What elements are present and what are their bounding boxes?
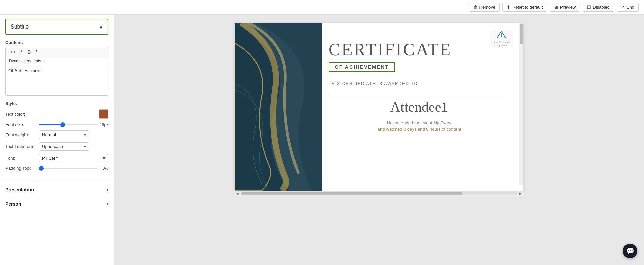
font-row: Font: PT Serif Arial Georgia Verdana bbox=[5, 154, 108, 162]
dynamic-contents-chevron: ∨ bbox=[42, 59, 45, 63]
cert-subtitle: OF ACHIEVEMENT bbox=[329, 62, 395, 72]
style-section: Style: Text color: Font size: 18px Font bbox=[0, 97, 114, 171]
chat-icon: 💬 bbox=[626, 247, 634, 255]
person-label: Person bbox=[5, 201, 21, 207]
preview-icon: 🖥 bbox=[554, 5, 558, 10]
remove-label: Remove bbox=[479, 5, 495, 10]
bold-button[interactable]: B bbox=[25, 49, 32, 55]
font-size-row: Font size: 18px bbox=[5, 122, 108, 127]
left-panel: Subtitle ∨ Content: <> ƒ B I Dynamic con… bbox=[0, 15, 114, 265]
font-select[interactable]: PT Serif Arial Georgia Verdana bbox=[39, 154, 108, 162]
dynamic-contents-label: Dynamic contents bbox=[9, 59, 41, 63]
end-label: End bbox=[627, 5, 634, 10]
padding-top-value: 0% bbox=[98, 166, 108, 171]
font-size-label: Font size: bbox=[5, 122, 39, 127]
font-size-value: 18px bbox=[98, 122, 108, 127]
cert-event-name: My Event bbox=[433, 120, 451, 125]
disabled-button[interactable]: ☐ Disabled bbox=[583, 3, 614, 12]
presentation-label: Presentation bbox=[5, 187, 34, 192]
person-chevron-icon: › bbox=[107, 201, 108, 207]
main-layout: Subtitle ∨ Content: <> ƒ B I Dynamic con… bbox=[0, 15, 644, 265]
cert-title: CERTIFICATE bbox=[329, 40, 510, 59]
presentation-chevron-icon: › bbox=[107, 187, 108, 193]
cert-has-attended-text: Has attended the event bbox=[387, 120, 433, 125]
preview-label: Preview bbox=[560, 5, 576, 10]
padding-top-slider[interactable] bbox=[39, 168, 98, 169]
person-section[interactable]: Person › bbox=[0, 197, 114, 211]
reset-label: Reset to default bbox=[512, 5, 543, 10]
cert-has-attended: Has attended the event My Event bbox=[329, 120, 510, 125]
font-weight-label: Font weight: bbox=[5, 132, 39, 137]
text-transform-row: Text Transform: Uppercase Lowercase Capi… bbox=[5, 142, 108, 151]
disabled-icon: ☐ bbox=[587, 5, 591, 10]
toolbar: 🗑 Remove ⬆ Reset to default 🖥 Preview ☐ … bbox=[0, 0, 644, 15]
text-transform-select[interactable]: Uppercase Lowercase Capitalize None bbox=[39, 142, 89, 151]
text-color-label: Text color: bbox=[5, 112, 39, 117]
end-icon: ✓ bbox=[621, 5, 625, 10]
subtitle-header[interactable]: Subtitle ∨ bbox=[5, 19, 108, 35]
text-transform-label: Text Transform: bbox=[5, 144, 39, 149]
content-textarea[interactable]: Of Achievement bbox=[5, 65, 108, 96]
cert-watched-text: and watched 0 days and 0 hours of conten… bbox=[329, 127, 510, 132]
certificate-container: Your CompanyLogo Here CERTIFICATE OF ACH… bbox=[235, 23, 523, 191]
end-button[interactable]: ✓ End bbox=[617, 3, 639, 12]
remove-button[interactable]: 🗑 Remove bbox=[469, 3, 500, 12]
cert-hscroll-thumb bbox=[241, 192, 462, 195]
reset-button[interactable]: ⬆ Reset to default bbox=[502, 3, 547, 12]
cert-attendee-name: Attendee1 bbox=[329, 99, 510, 115]
padding-top-slider-wrap bbox=[39, 168, 98, 169]
font-weight-row: Font weight: Normal Bold Light bbox=[5, 130, 108, 139]
cert-hscrollbar: ◀ ▶ bbox=[235, 191, 523, 196]
editor-toolbar: <> ƒ B I bbox=[5, 47, 108, 57]
subtitle-label: Subtitle bbox=[11, 24, 29, 30]
cert-content: CERTIFICATE OF ACHIEVEMENT THIS CERTIFIC… bbox=[235, 23, 523, 142]
presentation-section[interactable]: Presentation › bbox=[0, 182, 114, 197]
reset-icon: ⬆ bbox=[507, 5, 511, 10]
right-area: Your CompanyLogo Here CERTIFICATE OF ACH… bbox=[114, 15, 644, 265]
disabled-label: Disabled bbox=[593, 5, 610, 10]
font-size-slider[interactable] bbox=[39, 124, 98, 125]
dynamic-contents-row[interactable]: Dynamic contents ∨ bbox=[5, 57, 108, 65]
cert-attendee-line bbox=[329, 96, 510, 96]
italic-button[interactable]: I bbox=[34, 49, 38, 55]
scroll-right-arrow-icon[interactable]: ▶ bbox=[518, 192, 523, 195]
text-color-swatch[interactable] bbox=[99, 109, 108, 119]
content-label: Content: bbox=[0, 40, 114, 47]
preview-button[interactable]: 🖥 Preview bbox=[550, 3, 580, 12]
text-color-row: Text color: bbox=[5, 109, 108, 119]
font-label: Font: bbox=[5, 156, 39, 161]
chevron-down-icon: ∨ bbox=[99, 23, 103, 30]
cert-awarded-text: THIS CERTIFICATE IS AWARDED TO: bbox=[329, 81, 510, 86]
cert-hscroll-track[interactable] bbox=[241, 192, 517, 195]
italic-f-button[interactable]: ƒ bbox=[18, 49, 24, 55]
remove-icon: 🗑 bbox=[473, 5, 478, 10]
code-button[interactable]: <> bbox=[8, 49, 17, 55]
font-size-slider-wrap bbox=[39, 124, 98, 125]
chat-bubble[interactable]: 💬 bbox=[623, 244, 637, 258]
padding-top-label: Padding Top: bbox=[5, 166, 39, 171]
padding-top-row: Padding Top: 0% bbox=[5, 166, 108, 171]
scroll-left-arrow-icon[interactable]: ◀ bbox=[235, 192, 240, 195]
font-weight-select[interactable]: Normal Bold Light bbox=[39, 130, 89, 139]
style-label: Style: bbox=[5, 101, 108, 106]
